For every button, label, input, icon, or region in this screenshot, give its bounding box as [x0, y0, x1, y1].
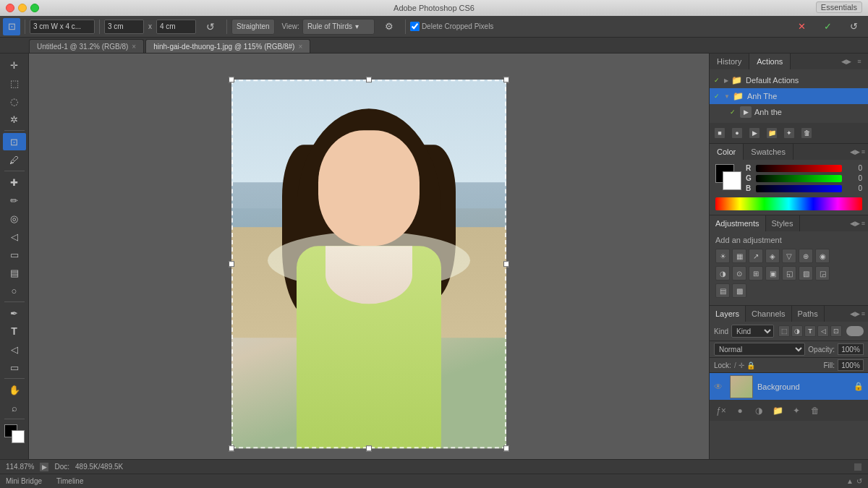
- height-input[interactable]: [104, 20, 144, 34]
- adj-bw[interactable]: ◑: [715, 266, 730, 281]
- g-slider[interactable]: [756, 175, 842, 182]
- layers-fx-btn[interactable]: ƒ×: [714, 403, 728, 418]
- tool-shape[interactable]: ▭: [3, 359, 26, 376]
- layers-adj-btn[interactable]: ◑: [752, 403, 766, 418]
- tab-swatches[interactable]: Swatches: [744, 144, 793, 160]
- adj-curves[interactable]: ↗: [749, 249, 763, 263]
- timeline-label[interactable]: Timeline: [56, 477, 83, 485]
- crop-handle-top-left[interactable]: [229, 77, 234, 82]
- tool-text[interactable]: T: [3, 322, 26, 340]
- adj-hsl[interactable]: ⊕: [799, 249, 813, 263]
- tool-dodge[interactable]: ○: [3, 282, 26, 299]
- layer-visibility-icon[interactable]: 👁: [714, 382, 726, 392]
- tool-zoom[interactable]: ⌕: [3, 399, 26, 416]
- layers-mask-btn[interactable]: ●: [733, 403, 747, 418]
- crop-handle-top-right[interactable]: [503, 77, 509, 82]
- adj-channelmixer[interactable]: ⊞: [749, 266, 763, 281]
- layer-background[interactable]: 👁 Background 🔒: [710, 373, 868, 401]
- adj-selective[interactable]: ▩: [732, 283, 746, 298]
- adj-threshold[interactable]: ◲: [815, 266, 830, 281]
- actions-stop-btn[interactable]: ■: [714, 127, 726, 139]
- crop-handle-top-middle[interactable]: [366, 77, 372, 82]
- tool-brush[interactable]: ✏: [3, 192, 26, 209]
- tab-image[interactable]: hinh-gai-de-thuong-1.jpg @ 115% (RGB/8#)…: [145, 39, 310, 53]
- tab-actions[interactable]: Actions: [749, 53, 791, 69]
- crop-handle-middle-right[interactable]: [503, 261, 509, 267]
- adj-colorlookup[interactable]: ▣: [765, 266, 780, 281]
- cancel-crop-button[interactable]: ✕: [790, 18, 813, 35]
- tab-channels[interactable]: Channels: [746, 306, 791, 322]
- tool-pen[interactable]: ✒: [3, 304, 26, 322]
- lock-all-icon[interactable]: 🔒: [746, 361, 755, 369]
- b-slider[interactable]: [756, 185, 842, 192]
- rotate-button[interactable]: ↺: [199, 18, 222, 35]
- tool-wand[interactable]: ✲: [3, 111, 26, 128]
- crop-tool-active[interactable]: ⊡: [3, 18, 20, 35]
- status-mini-btn[interactable]: [854, 463, 862, 471]
- tool-lasso[interactable]: ◌: [3, 93, 26, 110]
- crop-handle-bottom-middle[interactable]: [366, 445, 372, 451]
- tab-paths[interactable]: Paths: [792, 306, 825, 322]
- actions-folder-btn[interactable]: 📁: [766, 127, 778, 139]
- background-color[interactable]: [12, 430, 25, 443]
- tool-path-select[interactable]: ◁: [3, 341, 26, 358]
- crop-handle-bottom-left[interactable]: [229, 445, 234, 451]
- tool-heal[interactable]: ✚: [3, 174, 26, 191]
- adj-invert[interactable]: ◱: [782, 266, 796, 281]
- panel-expand-icon[interactable]: ◀▶: [841, 56, 852, 67]
- tab-color[interactable]: Color: [710, 144, 744, 160]
- r-slider[interactable]: [756, 165, 842, 172]
- filter-smart[interactable]: ⊡: [830, 325, 842, 337]
- color-panel-menu-icon[interactable]: ≡: [861, 148, 865, 155]
- crop-handle-middle-left[interactable]: [229, 261, 234, 267]
- minimize-button[interactable]: [18, 4, 27, 12]
- fill-input[interactable]: [838, 359, 864, 371]
- bg-color-box[interactable]: [723, 171, 741, 190]
- layers-menu-icon[interactable]: ≡: [861, 310, 865, 317]
- layer-filter-toggle[interactable]: [846, 326, 864, 336]
- delete-cropped-label[interactable]: Delete Cropped Pixels: [410, 22, 494, 31]
- mini-bridge-label[interactable]: Mini Bridge: [6, 477, 42, 485]
- adj-exposure[interactable]: ◈: [765, 249, 780, 263]
- tool-gradient[interactable]: ▤: [3, 264, 26, 281]
- adj-gradientmap[interactable]: ▤: [715, 283, 730, 298]
- adj-posterize[interactable]: ▧: [799, 266, 813, 281]
- layers-delete-btn[interactable]: 🗑: [808, 403, 822, 418]
- straighten-button[interactable]: Straighten: [231, 19, 275, 35]
- width-input[interactable]: [30, 20, 95, 34]
- view-dropdown[interactable]: Rule of Thirds ▾: [302, 19, 375, 35]
- panel-menu-icon[interactable]: ≡: [854, 56, 865, 67]
- tab-styles[interactable]: Styles: [766, 215, 800, 231]
- tool-move[interactable]: ✛: [3, 56, 26, 74]
- essentials-dropdown[interactable]: Essentials: [816, 1, 862, 13]
- undo-button[interactable]: ↺: [842, 18, 865, 35]
- close-button[interactable]: [6, 4, 14, 12]
- action-anh-the[interactable]: ✓ ▼ 📁 Anh The: [710, 88, 868, 104]
- tab-layers[interactable]: Layers: [710, 306, 746, 322]
- actions-delete-btn[interactable]: 🗑: [801, 127, 812, 139]
- actions-play-btn[interactable]: ▶: [749, 127, 760, 139]
- tool-crop[interactable]: ⊡: [3, 133, 26, 150]
- adj-vibrance[interactable]: ▽: [782, 249, 796, 263]
- commit-crop-button[interactable]: ✓: [816, 18, 839, 35]
- tab-image-close[interactable]: ×: [298, 43, 302, 51]
- adj-brightness[interactable]: ☀: [715, 249, 730, 263]
- adj-colorbalance[interactable]: ◉: [815, 249, 830, 263]
- tab-history[interactable]: History: [710, 53, 749, 69]
- mini-bridge-arrow-right[interactable]: ↺: [856, 477, 862, 485]
- delete-cropped-checkbox[interactable]: [410, 22, 420, 31]
- tool-marquee[interactable]: ⬚: [3, 74, 26, 92]
- mini-bridge-expand[interactable]: ▲: [846, 477, 854, 485]
- blend-mode-dropdown[interactable]: Normal: [714, 343, 805, 356]
- action-anh-the-sub[interactable]: ✓ ▶ Anh the: [710, 104, 868, 120]
- action-default-actions[interactable]: ✓ ▶ 📁 Default Actions: [710, 72, 868, 88]
- kind-dropdown[interactable]: Kind: [731, 325, 774, 338]
- filter-pixel[interactable]: ⬚: [778, 325, 790, 337]
- tool-clone[interactable]: ◎: [3, 210, 26, 227]
- adj-menu-icon[interactable]: ≡: [861, 220, 865, 227]
- tab-adjustments[interactable]: Adjustments: [710, 215, 766, 231]
- lock-pixel-icon[interactable]: /: [734, 361, 736, 369]
- layers-expand[interactable]: ◀▶: [850, 310, 860, 317]
- tool-eyedropper[interactable]: 🖊: [3, 151, 26, 168]
- tab-untitled[interactable]: Untitled-1 @ 31.2% (RGB/8) ×: [29, 39, 144, 53]
